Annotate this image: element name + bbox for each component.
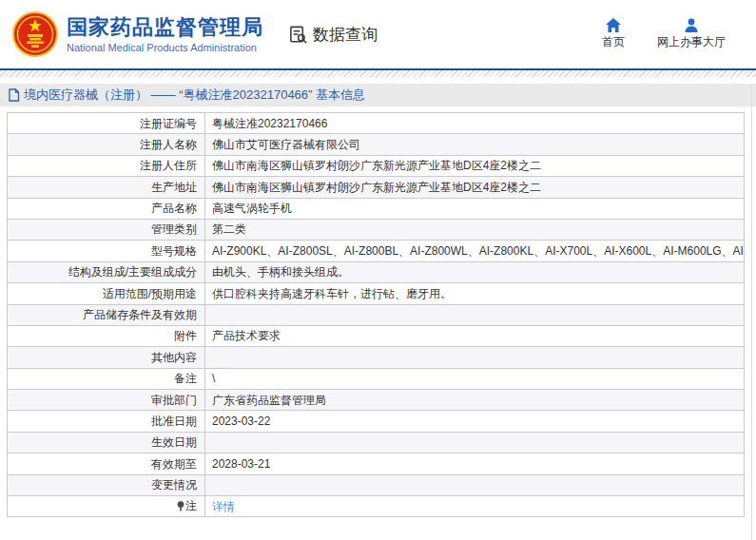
- site-title: 国家药品监督管理局: [67, 15, 263, 39]
- row-label: 管理类别: [8, 219, 205, 240]
- row-label: 有效期至: [8, 453, 205, 474]
- row-label: 生产地址: [8, 177, 205, 198]
- row-label: 注册人住所: [8, 155, 205, 176]
- row-value: 佛山市南海区狮山镇罗村朗沙广东新光源产业基地D区4座2楼之二: [205, 155, 745, 176]
- row-label: 审批部门: [8, 390, 205, 411]
- registration-info-table: 注册证编号 粤械注准20232170466 注册人名称 佛山市艾可医疗器械有限公…: [7, 112, 745, 517]
- table-row: 注册证编号 粤械注准20232170466: [8, 113, 745, 134]
- row-label: 产品储存条件及有效期: [8, 304, 205, 325]
- data-query-label: 数据查询: [313, 24, 378, 46]
- row-label: 生效日期: [8, 432, 205, 453]
- row-label: 其他内容: [8, 347, 205, 368]
- table-row: 变更情况: [8, 474, 745, 495]
- row-value: 佛山市艾可医疗器械有限公司: [205, 134, 745, 155]
- site-subtitle: National Medical Products Administration: [67, 42, 263, 53]
- table-row: 审批部门 广东省药品监督管理局: [8, 390, 745, 411]
- table-row: 结构及组成/主要组成成分 由机头、手柄和接头组成。: [8, 261, 745, 282]
- row-label: 型号规格: [8, 241, 205, 261]
- row-label: 结构及组成/主要组成成分: [8, 261, 205, 282]
- table-row: 有效期至 2028-03-21: [8, 453, 745, 474]
- row-label: 附件: [8, 325, 205, 346]
- nav-home[interactable]: 首页: [602, 18, 625, 50]
- table-row: 附件 产品技术要求: [8, 325, 745, 346]
- row-value: 粤械注准20232170466: [205, 113, 745, 134]
- document-search-icon: [288, 25, 308, 45]
- row-value: [205, 474, 745, 495]
- row-label: 产品名称: [8, 198, 205, 219]
- table-row: 适用范围/预期用途 供口腔科夹持高速牙科车针，进行钻、磨牙用。: [8, 283, 745, 304]
- row-value: 2028-03-21: [205, 453, 745, 474]
- site-header: 国家药品监督管理局 National Medical Products Admi…: [0, 0, 756, 70]
- home-icon: [606, 18, 621, 32]
- note-pin-icon: [177, 501, 184, 514]
- document-icon: [8, 88, 20, 102]
- nav-home-label: 首页: [602, 34, 625, 50]
- note-label: 注: [185, 499, 197, 512]
- row-value: [205, 304, 745, 325]
- row-value: 广东省药品监督管理局: [205, 390, 745, 411]
- row-value: 供口腔科夹持高速牙科车针，进行钻、磨牙用。: [205, 283, 745, 304]
- table-row: 备注 \: [8, 368, 745, 389]
- data-query-tab[interactable]: 数据查询: [288, 24, 378, 46]
- table-row: 其他内容: [8, 347, 745, 368]
- nav-online-service-hall-label: 网上办事大厅: [657, 34, 726, 50]
- row-label: 批准日期: [8, 411, 205, 432]
- row-value: 佛山市南海区狮山镇罗村朗沙广东新光源产业基地D区4座2楼之二: [205, 177, 745, 198]
- row-value: 产品技术要求: [205, 325, 745, 346]
- row-label: 注册人名称: [8, 134, 205, 155]
- table-row: 产品名称 高速气涡轮手机: [8, 198, 745, 219]
- table-row: 生效日期: [8, 432, 745, 453]
- table-row: 注册人住所 佛山市南海区狮山镇罗村朗沙广东新光源产业基地D区4座2楼之二: [8, 155, 745, 176]
- table-row: 注 详情: [8, 496, 745, 517]
- row-label: 备注: [8, 368, 205, 389]
- row-value: AI-Z900KL、AI-Z800SL、AI-Z800BL、AI-Z800WL、…: [205, 241, 745, 261]
- details-link[interactable]: 详情: [212, 500, 235, 513]
- row-value: 高速气涡轮手机: [205, 198, 745, 219]
- row-value: \: [205, 368, 745, 389]
- row-value: [205, 347, 745, 368]
- national-emblem-icon: [12, 11, 58, 57]
- row-value: 第二类: [205, 219, 745, 240]
- table-row: 生产地址 佛山市南海区狮山镇罗村朗沙广东新光源产业基地D区4座2楼之二: [8, 177, 745, 198]
- row-label: 适用范围/预期用途: [8, 283, 205, 304]
- brand-text: 国家药品监督管理局 National Medical Products Admi…: [67, 15, 263, 52]
- table-row: 批准日期 2023-03-22: [8, 411, 745, 432]
- nav-online-service-hall[interactable]: 网上办事大厅: [657, 18, 726, 50]
- row-value: 由机头、手柄和接头组成。: [205, 261, 745, 282]
- table-row: 型号规格 AI-Z900KL、AI-Z800SL、AI-Z800BL、AI-Z8…: [8, 241, 745, 261]
- page-edge-divider: [751, 86, 752, 540]
- breadcrumb: 境内医疗器械（注册） —— “粤械注准20232170466” 基本信息: [0, 84, 756, 106]
- row-value: [205, 432, 745, 453]
- registration-info-table-wrap: 注册证编号 粤械注准20232170466 注册人名称 佛山市艾可医疗器械有限公…: [7, 112, 745, 517]
- person-icon: [684, 18, 699, 32]
- row-label: 变更情况: [8, 474, 205, 495]
- table-row: 注册人名称 佛山市艾可医疗器械有限公司: [8, 134, 745, 155]
- decorative-hatch-strip: [0, 70, 756, 77]
- row-label: 注: [8, 496, 205, 517]
- row-value: 2023-03-22: [205, 411, 745, 432]
- table-row: 管理类别 第二类: [8, 219, 745, 240]
- breadcrumb-text: 境内医疗器械（注册） —— “粤械注准20232170466” 基本信息: [24, 87, 365, 104]
- row-label: 注册证编号: [8, 113, 205, 134]
- table-row: 产品储存条件及有效期: [8, 304, 745, 325]
- header-nav: 首页 网上办事大厅: [602, 18, 726, 50]
